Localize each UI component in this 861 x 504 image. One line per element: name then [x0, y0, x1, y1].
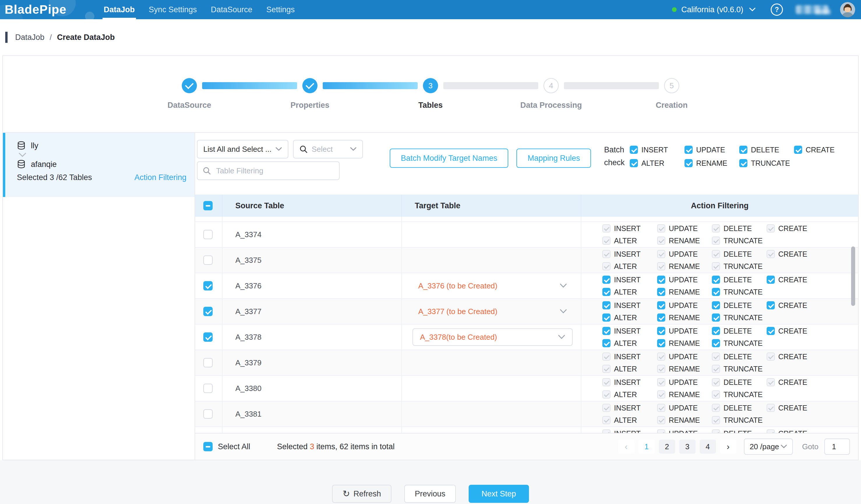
checkbox-checked-icon[interactable]	[739, 146, 748, 154]
row-checkbox[interactable]	[203, 230, 213, 239]
checkbox-checked-icon[interactable]	[739, 159, 748, 167]
checkbox-checked-icon[interactable]	[630, 146, 638, 154]
target-table-select[interactable]: A_3378(to be Created)	[412, 328, 573, 346]
action-update[interactable]: UPDATE	[657, 327, 712, 335]
checkbox-disabled-icon	[657, 365, 665, 373]
row-checkbox[interactable]	[203, 307, 213, 316]
schema-pair-item[interactable]: lly afanqie Selected 3 /62	[3, 133, 194, 197]
action-insert[interactable]: INSERT	[602, 301, 657, 310]
action-delete[interactable]: DELETE	[712, 327, 767, 335]
list-mode-select[interactable]: List All and Select ...	[197, 140, 288, 159]
table-select[interactable]: Select	[293, 140, 363, 159]
page-button-3[interactable]: 3	[679, 440, 696, 454]
checkbox-checked-icon[interactable]	[712, 301, 720, 309]
checkbox-checked-icon[interactable]	[602, 327, 611, 335]
checkbox-checked-icon[interactable]	[602, 288, 611, 296]
action-alter[interactable]: ALTER	[602, 313, 657, 322]
checkbox-checked-icon[interactable]	[602, 339, 611, 347]
row-checkbox[interactable]	[203, 384, 213, 393]
row-checkbox[interactable]	[203, 256, 213, 265]
action-create[interactable]: CREATE	[767, 327, 821, 335]
table-filter-input[interactable]	[215, 166, 334, 176]
region-selector[interactable]: California (v0.6.0)	[681, 5, 743, 14]
action-insert[interactable]: INSERT	[602, 327, 657, 335]
mapping-rules-button[interactable]: Mapping Rules	[516, 149, 591, 168]
page-button-1[interactable]: 1	[639, 440, 655, 454]
row-checkbox[interactable]	[203, 409, 213, 419]
action-rename[interactable]: RENAME	[657, 313, 712, 322]
batch-action-insert[interactable]: INSERT	[630, 146, 684, 154]
page-button-4[interactable]: 4	[700, 440, 716, 454]
bladepipe-app: BladePipe DataJob Sync Settings DataSour…	[0, 0, 861, 504]
action-truncate[interactable]: TRUNCATE	[712, 288, 767, 296]
action-create[interactable]: CREATE	[767, 301, 821, 310]
checkbox-checked-icon[interactable]	[602, 301, 611, 309]
checkbox-checked-icon[interactable]	[657, 313, 665, 322]
action-delete[interactable]: DELETE	[712, 301, 767, 310]
nav-item-settings[interactable]: Settings	[265, 0, 296, 19]
checkbox-checked-icon[interactable]	[767, 327, 775, 335]
checkbox-checked-icon[interactable]	[712, 313, 720, 322]
checkbox-checked-icon[interactable]	[684, 159, 693, 167]
next-page-button[interactable]: ›	[720, 440, 736, 454]
refresh-button[interactable]: ↻Refresh	[332, 485, 392, 503]
batch-action-update[interactable]: UPDATE	[684, 146, 739, 154]
batch-modify-target-names-button[interactable]: Batch Modify Target Names	[390, 149, 508, 168]
chevron-down-icon[interactable]	[749, 8, 755, 12]
previous-button[interactable]: Previous	[404, 485, 456, 503]
action-rename[interactable]: RENAME	[657, 288, 712, 296]
next-step-button[interactable]: Next Step	[469, 485, 529, 503]
batch-action-rename[interactable]: RENAME	[684, 159, 739, 167]
action-filtering-link[interactable]: Action Filtering	[134, 173, 187, 182]
action-rename[interactable]: RENAME	[657, 339, 712, 348]
checkbox-checked-icon[interactable]	[657, 339, 665, 347]
row-checkbox[interactable]	[203, 332, 213, 342]
checkbox-checked-icon[interactable]	[794, 146, 802, 154]
batch-action-create[interactable]: CREATE	[794, 146, 849, 154]
vertical-scrollbar-thumb[interactable]	[851, 246, 855, 306]
row-checkbox[interactable]	[203, 281, 213, 290]
action-alter[interactable]: ALTER	[602, 288, 657, 296]
checkbox-checked-icon[interactable]	[767, 276, 775, 284]
prev-page-button[interactable]: ‹	[618, 440, 634, 454]
checkbox-checked-icon[interactable]	[657, 301, 665, 309]
goto-page-input[interactable]	[824, 438, 850, 455]
checkbox-checked-icon[interactable]	[712, 327, 720, 335]
action-create[interactable]: CREATE	[767, 276, 821, 284]
batch-action-truncate[interactable]: TRUNCATE	[739, 159, 794, 167]
checkbox-checked-icon[interactable]	[657, 327, 665, 335]
checkbox-checked-icon[interactable]	[712, 339, 720, 347]
action-insert[interactable]: INSERT	[602, 276, 657, 284]
action-update[interactable]: UPDATE	[657, 276, 712, 284]
nav-item-datajob[interactable]: DataJob	[102, 0, 136, 19]
nav-item-sync-settings[interactable]: Sync Settings	[148, 0, 198, 19]
action-delete[interactable]: DELETE	[712, 276, 767, 284]
checkbox-checked-icon[interactable]	[712, 276, 720, 284]
select-all-header-checkbox[interactable]	[203, 201, 213, 210]
page-size-select[interactable]: 20 /page	[744, 438, 793, 455]
checkbox-checked-icon[interactable]	[630, 159, 638, 167]
select-all-checkbox[interactable]	[203, 442, 213, 451]
target-table-select[interactable]: A_3376 (to be Created)	[412, 277, 573, 295]
app-logo[interactable]: BladePipe	[5, 3, 66, 17]
target-table-select[interactable]: A_3377 (to be Created)	[412, 303, 573, 320]
nav-item-datasource[interactable]: DataSource	[210, 0, 254, 19]
action-truncate[interactable]: TRUNCATE	[712, 339, 767, 348]
checkbox-checked-icon[interactable]	[684, 146, 693, 154]
breadcrumb-parent[interactable]: DataJob	[15, 33, 44, 42]
row-checkbox[interactable]	[203, 358, 213, 367]
action-alter[interactable]: ALTER	[602, 339, 657, 348]
page-button-2[interactable]: 2	[659, 440, 675, 454]
checkbox-checked-icon[interactable]	[767, 301, 775, 309]
action-truncate[interactable]: TRUNCATE	[712, 313, 767, 322]
checkbox-checked-icon[interactable]	[602, 276, 611, 284]
action-update[interactable]: UPDATE	[657, 301, 712, 310]
checkbox-checked-icon[interactable]	[657, 288, 665, 296]
checkbox-checked-icon[interactable]	[602, 313, 611, 322]
avatar[interactable]	[840, 2, 855, 17]
batch-action-delete[interactable]: DELETE	[739, 146, 794, 154]
batch-action-alter[interactable]: ALTER	[630, 159, 684, 167]
checkbox-checked-icon[interactable]	[657, 276, 665, 284]
checkbox-checked-icon[interactable]	[712, 288, 720, 296]
help-icon[interactable]: ?	[771, 3, 783, 16]
